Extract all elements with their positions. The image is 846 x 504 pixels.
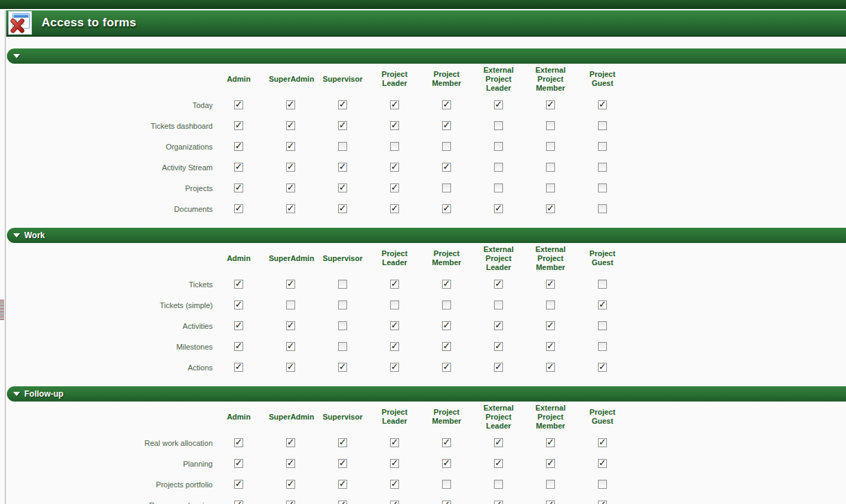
permission-checkbox[interactable] (442, 183, 451, 192)
permission-checkbox[interactable] (234, 459, 243, 468)
permission-checkbox[interactable] (234, 280, 243, 289)
permission-checkbox[interactable] (234, 501, 243, 504)
permission-checkbox[interactable] (494, 321, 503, 330)
permission-checkbox[interactable] (598, 342, 607, 351)
permission-checkbox[interactable] (598, 142, 607, 151)
permission-checkbox[interactable] (234, 300, 243, 309)
permission-checkbox[interactable] (494, 300, 503, 309)
permission-checkbox[interactable] (494, 501, 503, 504)
permission-checkbox[interactable] (286, 100, 295, 109)
permission-checkbox[interactable] (546, 100, 555, 109)
permission-checkbox[interactable] (338, 501, 347, 504)
permission-checkbox[interactable] (442, 438, 451, 447)
permission-checkbox[interactable] (390, 142, 399, 151)
permission-checkbox[interactable] (286, 163, 295, 172)
permission-checkbox[interactable] (442, 459, 451, 468)
permission-checkbox[interactable] (390, 163, 399, 172)
permission-checkbox[interactable] (442, 480, 451, 489)
section-header-work[interactable]: Work (7, 228, 846, 243)
permission-checkbox[interactable] (546, 183, 555, 192)
permission-checkbox[interactable] (286, 300, 295, 309)
permission-checkbox[interactable] (598, 100, 607, 109)
permission-checkbox[interactable] (598, 501, 607, 504)
permission-checkbox[interactable] (338, 100, 347, 109)
permission-checkbox[interactable] (598, 121, 607, 130)
permission-checkbox[interactable] (234, 438, 243, 447)
permission-checkbox[interactable] (598, 480, 607, 489)
permission-checkbox[interactable] (442, 501, 451, 504)
permission-checkbox[interactable] (442, 163, 451, 172)
permission-checkbox[interactable] (442, 280, 451, 289)
permission-checkbox[interactable] (390, 183, 399, 192)
permission-checkbox[interactable] (390, 121, 399, 130)
permission-checkbox[interactable] (442, 342, 451, 351)
permission-checkbox[interactable] (546, 501, 555, 504)
permission-checkbox[interactable] (442, 100, 451, 109)
permission-checkbox[interactable] (546, 280, 555, 289)
permission-checkbox[interactable] (390, 438, 399, 447)
permission-checkbox[interactable] (442, 121, 451, 130)
permission-checkbox[interactable] (390, 280, 399, 289)
permission-checkbox[interactable] (338, 280, 347, 289)
permission-checkbox[interactable] (338, 342, 347, 351)
permission-checkbox[interactable] (338, 121, 347, 130)
section-header-follow-up[interactable]: Follow-up (7, 386, 846, 402)
permission-checkbox[interactable] (494, 163, 503, 172)
permission-checkbox[interactable] (390, 363, 399, 372)
permission-checkbox[interactable] (234, 142, 243, 151)
permission-checkbox[interactable] (494, 459, 503, 468)
section-header-general[interactable] (7, 48, 846, 64)
permission-checkbox[interactable] (390, 480, 399, 489)
permission-checkbox[interactable] (546, 163, 555, 172)
permission-checkbox[interactable] (234, 204, 243, 213)
permission-checkbox[interactable] (494, 183, 503, 192)
permission-checkbox[interactable] (390, 100, 399, 109)
permission-checkbox[interactable] (546, 321, 555, 330)
permission-checkbox[interactable] (598, 438, 607, 447)
permission-checkbox[interactable] (286, 480, 295, 489)
permission-checkbox[interactable] (546, 459, 555, 468)
permission-checkbox[interactable] (546, 480, 555, 489)
permission-checkbox[interactable] (442, 300, 451, 309)
permission-checkbox[interactable] (234, 363, 243, 372)
permission-checkbox[interactable] (546, 300, 555, 309)
panel-splitter-grip[interactable] (0, 300, 4, 321)
permission-checkbox[interactable] (598, 183, 607, 192)
permission-checkbox[interactable] (234, 163, 243, 172)
permission-checkbox[interactable] (546, 438, 555, 447)
permission-checkbox[interactable] (598, 163, 607, 172)
permission-checkbox[interactable] (598, 204, 607, 213)
permission-checkbox[interactable] (234, 183, 243, 192)
permission-checkbox[interactable] (546, 342, 555, 351)
permission-checkbox[interactable] (338, 363, 347, 372)
permission-checkbox[interactable] (390, 321, 399, 330)
permission-checkbox[interactable] (494, 142, 503, 151)
permission-checkbox[interactable] (442, 204, 451, 213)
permission-checkbox[interactable] (494, 342, 503, 351)
permission-checkbox[interactable] (546, 142, 555, 151)
permission-checkbox[interactable] (286, 438, 295, 447)
permission-checkbox[interactable] (338, 321, 347, 330)
permission-checkbox[interactable] (598, 321, 607, 330)
permission-checkbox[interactable] (442, 321, 451, 330)
permission-checkbox[interactable] (390, 459, 399, 468)
permission-checkbox[interactable] (494, 438, 503, 447)
permission-checkbox[interactable] (494, 121, 503, 130)
permission-checkbox[interactable] (338, 300, 347, 309)
permission-checkbox[interactable] (494, 363, 503, 372)
permission-checkbox[interactable] (234, 342, 243, 351)
permission-checkbox[interactable] (494, 280, 503, 289)
permission-checkbox[interactable] (338, 438, 347, 447)
permission-checkbox[interactable] (390, 204, 399, 213)
permission-checkbox[interactable] (286, 501, 295, 504)
permission-checkbox[interactable] (546, 121, 555, 130)
permission-checkbox[interactable] (338, 459, 347, 468)
permission-checkbox[interactable] (234, 100, 243, 109)
permission-checkbox[interactable] (442, 363, 451, 372)
permission-checkbox[interactable] (546, 204, 555, 213)
permission-checkbox[interactable] (286, 121, 295, 130)
permission-checkbox[interactable] (286, 183, 295, 192)
permission-checkbox[interactable] (390, 342, 399, 351)
permission-checkbox[interactable] (338, 142, 347, 151)
permission-checkbox[interactable] (598, 300, 607, 309)
